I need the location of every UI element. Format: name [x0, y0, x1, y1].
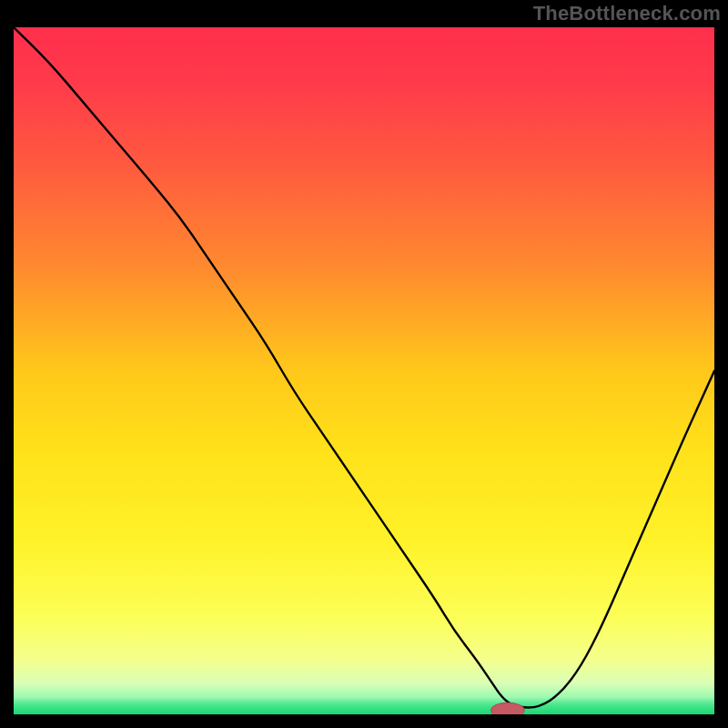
plot-area: [14, 27, 714, 714]
bottleneck-chart: [14, 27, 714, 714]
optimal-marker: [490, 703, 524, 714]
watermark-text: TheBottleneck.com: [533, 2, 721, 25]
chart-frame: TheBottleneck.com: [0, 0, 728, 728]
